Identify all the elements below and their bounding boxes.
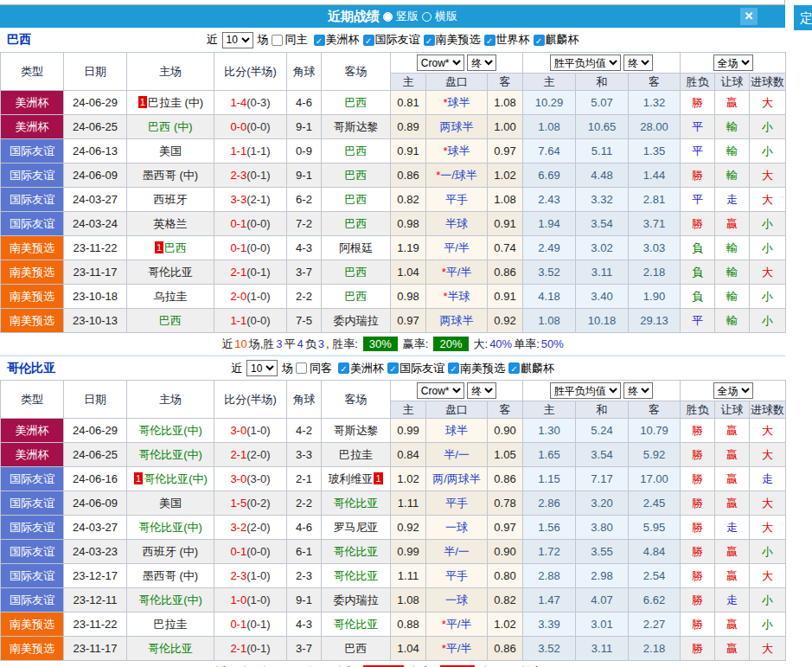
asian-away-odds: 0.78 [488, 491, 523, 516]
match-count-select[interactable]: 10 [222, 32, 253, 48]
partial-side-tab[interactable]: 定 [794, 5, 812, 30]
vertical-layout-radio[interactable] [383, 12, 393, 22]
cup-filter[interactable]: ✓麒麟杯 [508, 361, 554, 376]
result-wdl: 勝 [681, 637, 715, 661]
scope-select[interactable]: 全场 [713, 382, 753, 399]
away-team: 哥伦比亚 [322, 491, 391, 516]
euro-away-odds: 2.18 [629, 637, 681, 661]
score: 2-1(0-1) [214, 260, 287, 285]
checkbox-checked-icon[interactable]: ✓ [338, 362, 349, 374]
col-home: 主场 [127, 381, 214, 419]
score: 0-1(0-0) [214, 236, 287, 260]
team-name: 哥伦比亚 [334, 569, 379, 582]
cup-filter[interactable]: ✓南美预选 [448, 361, 505, 376]
result-handicap: 贏 [715, 212, 750, 236]
checkbox-checked-icon[interactable]: ✓ [424, 35, 435, 46]
checkbox-checked-icon[interactable]: ✓ [534, 35, 545, 46]
bookmaker-select[interactable]: Crow* [417, 382, 464, 399]
handicap-line: *球半 [426, 139, 488, 164]
euro-final-select[interactable]: 终 [623, 382, 653, 399]
corners: 2-3 [287, 564, 322, 588]
asian-home-odds: 1.04 [391, 637, 426, 661]
euro-away-odds: 1.32 [629, 91, 681, 115]
asian-final-select[interactable]: 终 [467, 55, 496, 71]
fulltime-score: 2-1 [230, 266, 246, 279]
score: 1-5(0-2) [214, 491, 287, 516]
match-row: 国际友谊24-06-09墨西哥 (中)2-3(0-1)9-1巴西0.86*一/球… [1, 164, 786, 188]
match-row: 国际友谊24-03-24英格兰0-1(0-0)7-2巴西0.98半球0.911.… [1, 212, 786, 236]
vertical-layout-label[interactable]: 竖版 [396, 9, 419, 24]
cup-filter[interactable]: ✓世界杯 [484, 32, 530, 48]
cup-filter[interactable]: ✓国际友谊 [387, 361, 444, 376]
corners: 7-2 [287, 212, 322, 236]
fulltime-score: 2-1 [230, 642, 246, 655]
cup-filter[interactable]: ✓南美预选 [424, 32, 481, 48]
euro-home-odds: 1.56 [523, 516, 576, 540]
euro-draw-odds: 3.54 [576, 443, 629, 467]
filter-prefix-label: 近 [231, 361, 242, 376]
type-badge: 南美预选 [1, 612, 64, 637]
same-venue-checkbox[interactable] [296, 362, 307, 374]
result-handicap: 輸 [715, 139, 750, 164]
horizontal-layout-label[interactable]: 横版 [435, 9, 457, 24]
result-goals: 大 [750, 637, 786, 661]
match-count-select[interactable]: 10 [246, 360, 278, 376]
asian-home-odds: 1.04 [391, 260, 426, 285]
corners: 3-3 [287, 443, 322, 467]
handicap-line: 球半 [426, 419, 488, 443]
match-row: 国际友谊23-12-17墨西哥 (中)2-3(1-0)2-3哥伦比亚1.11平手… [1, 564, 786, 588]
home-team: 乌拉圭 [127, 285, 214, 309]
checkbox-checked-icon[interactable]: ✓ [363, 35, 374, 46]
euro-source-select[interactable]: 胜平负均值 [550, 382, 621, 399]
score: 0-1(0-0) [214, 212, 287, 236]
close-button[interactable]: ✕ [740, 8, 758, 25]
handicap-line: *平/半 [426, 612, 488, 637]
euro-odds-group: 胜平负均值 终 [523, 381, 681, 401]
same-venue-checkbox[interactable] [272, 35, 283, 46]
handicap-line: 平手 [426, 491, 488, 516]
euro-odds-group: 胜平负均值 终 [523, 53, 681, 74]
match-date: 24-03-23 [64, 540, 127, 564]
results-table-colombia: 类型 日期 主场 比分(半场) 角球 客场 Crow* 终 胜平负均值 终 [0, 380, 786, 661]
horizontal-layout-radio[interactable] [422, 12, 432, 22]
col-date: 日期 [64, 53, 127, 91]
corners: 4-3 [287, 236, 322, 260]
asian-away-odds: 1.08 [488, 188, 523, 212]
filter-prefix-label: 近 [207, 32, 218, 48]
bookmaker-select[interactable]: Crow* [417, 55, 464, 71]
asian-home-odds: 0.98 [391, 285, 426, 309]
score: 0-0(0-0) [214, 115, 287, 139]
checkbox-checked-icon[interactable]: ✓ [314, 35, 325, 46]
section-colombia: 哥伦比亚 近 10 场 同客 ✓美洲杯✓国际友谊✓南美预选✓麒麟杯 类型 日期 [0, 356, 785, 667]
away-team: 巴西 [322, 260, 391, 285]
halftime-score: (0-1) [246, 169, 270, 182]
result-goals: 大 [750, 260, 786, 285]
halftime-score: (0-1) [246, 266, 270, 279]
col-date: 日期 [64, 381, 127, 419]
halftime-score: (0-0) [246, 120, 270, 133]
euro-home-odds: 1.47 [523, 588, 576, 612]
euro-source-select[interactable]: 胜平负均值 [550, 55, 621, 71]
match-date: 24-06-25 [64, 115, 127, 139]
fulltime-score: 1-4 [230, 96, 246, 109]
away-team: 委内瑞拉 [322, 309, 391, 333]
checkbox-checked-icon[interactable]: ✓ [508, 362, 520, 374]
away-team: 哥伦比亚 [322, 612, 391, 637]
checkbox-checked-icon[interactable]: ✓ [448, 362, 459, 374]
scope-select[interactable]: 全场 [713, 55, 753, 71]
summary-segment: 20% [433, 337, 468, 351]
result-goals: 大 [750, 164, 786, 188]
cup-filter[interactable]: ✓美洲杯 [338, 361, 384, 376]
cup-filter[interactable]: ✓国际友谊 [363, 32, 420, 48]
score: 0-1(0-1) [214, 612, 287, 637]
euro-final-select[interactable]: 终 [623, 55, 653, 71]
euro-draw-odds: 3.55 [576, 540, 629, 564]
checkbox-checked-icon[interactable]: ✓ [387, 362, 399, 374]
fulltime-score: 0-1 [230, 241, 246, 254]
cup-filter[interactable]: ✓麒麟杯 [534, 32, 579, 48]
checkbox-checked-icon[interactable]: ✓ [484, 35, 496, 46]
asian-final-select[interactable]: 终 [467, 382, 496, 399]
team-name: 巴西 [164, 241, 187, 254]
cup-filter[interactable]: ✓美洲杯 [314, 32, 360, 48]
match-date: 23-10-18 [64, 285, 127, 309]
